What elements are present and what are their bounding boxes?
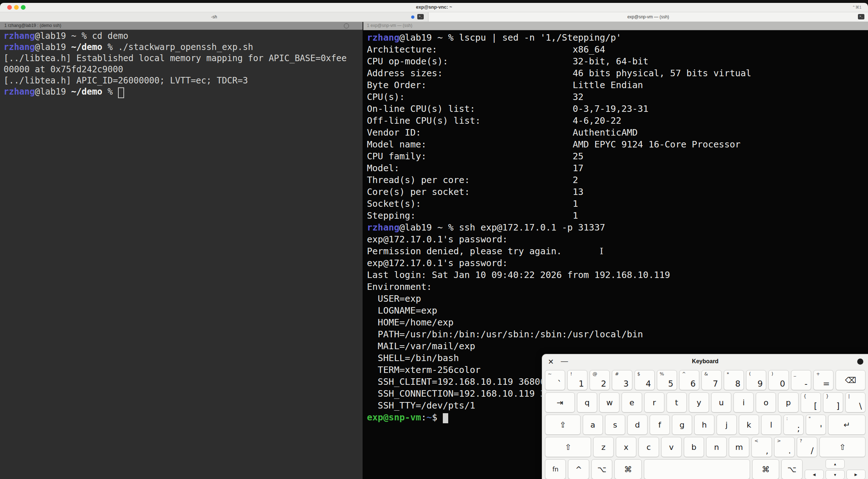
key-shift-char: # bbox=[615, 371, 619, 377]
key-z[interactable]: z bbox=[593, 437, 614, 457]
key-main-char: 1 bbox=[579, 379, 584, 388]
key-main-char: ⌫ bbox=[836, 370, 865, 390]
key-caps-lock[interactable]: ⇪ bbox=[545, 415, 581, 435]
key-main-char: ⌥ bbox=[782, 460, 802, 479]
key-main-char: ↵ bbox=[828, 415, 865, 434]
key-shift-right[interactable]: ⇧ bbox=[819, 437, 865, 457]
key-backspace[interactable]: ⌫ bbox=[836, 370, 865, 390]
key-main-char: s bbox=[605, 415, 625, 434]
key-space[interactable] bbox=[644, 459, 750, 479]
key-main-char: f bbox=[650, 415, 669, 434]
keyboard-viewer-panel: ✕ — Keyboard ~`!1@2#3$4%5^6&7*8(9)0_-+=⌫… bbox=[542, 354, 868, 479]
key-shift-char: { bbox=[804, 393, 806, 399]
key-[[interactable]: {[ bbox=[801, 392, 821, 412]
key-2[interactable]: @2 bbox=[590, 370, 610, 390]
key-m[interactable]: m bbox=[729, 437, 749, 457]
key-r[interactable]: r bbox=[644, 392, 664, 412]
key-arrow-down[interactable]: ▼ bbox=[826, 470, 845, 479]
key--[interactable]: _- bbox=[791, 370, 811, 390]
key-f[interactable]: f bbox=[650, 415, 670, 435]
key-l[interactable]: l bbox=[761, 415, 781, 435]
key-5[interactable]: %5 bbox=[657, 370, 677, 390]
tab-sh[interactable]: -sh >_ bbox=[0, 12, 428, 22]
key-fn[interactable]: fn bbox=[545, 459, 566, 479]
terminal-line: Model name: AMD EPYC 9124 16-Core Proces… bbox=[367, 138, 868, 150]
key-control[interactable]: ^ bbox=[568, 459, 589, 479]
key-shift-char: ) bbox=[771, 371, 773, 377]
key-d[interactable]: d bbox=[627, 415, 647, 435]
key-h[interactable]: h bbox=[694, 415, 714, 435]
key-.[interactable]: >. bbox=[774, 437, 795, 457]
key-arrow-right[interactable]: ▶ bbox=[846, 470, 865, 479]
key-main-char: . bbox=[789, 446, 791, 455]
key-n[interactable]: n bbox=[706, 437, 727, 457]
key-g[interactable]: g bbox=[672, 415, 692, 435]
key-w[interactable]: w bbox=[599, 392, 619, 412]
key-=[interactable]: += bbox=[813, 370, 833, 390]
key-b[interactable]: b bbox=[684, 437, 704, 457]
key-shift-left[interactable]: ⇧ bbox=[545, 437, 591, 457]
terminal-line: CPU family: 25 bbox=[367, 150, 868, 162]
key-arrow-left[interactable]: ◀ bbox=[805, 470, 824, 479]
key-arrow-up[interactable]: ▲ bbox=[826, 459, 845, 469]
right-terminal-title: 1 exp@snp-vm — (ssh) bbox=[363, 22, 868, 29]
terminal-line: On-line CPU(s) list: 0-3,7-19,23-31 bbox=[367, 103, 868, 115]
left-terminal-title-strip: 1 rzhang@lab19 : (demo ssh) bbox=[0, 22, 363, 30]
left-terminal-window[interactable]: 1 rzhang@lab19 : (demo ssh) rzhang@lab19… bbox=[0, 22, 363, 479]
tab-exp-snp-vm-ssh[interactable]: exp@snp-vm — (ssh) >_ bbox=[428, 12, 868, 22]
key-\[interactable]: |\ bbox=[845, 392, 865, 412]
key-'[interactable]: "' bbox=[806, 415, 826, 435]
key-return[interactable]: ↵ bbox=[828, 415, 866, 435]
left-terminal-content[interactable]: rzhang@lab19 ~ % cd demorzhang@lab19 ~/d… bbox=[4, 31, 363, 98]
keyboard-menu-icon[interactable] bbox=[857, 359, 863, 365]
key-main-char: n bbox=[706, 437, 726, 457]
key-v[interactable]: v bbox=[661, 437, 682, 457]
key-8[interactable]: *8 bbox=[724, 370, 744, 390]
key-shift-char: $ bbox=[637, 371, 640, 377]
key-q[interactable]: q bbox=[577, 392, 597, 412]
terminal-line: CPU(s): 32 bbox=[367, 91, 868, 103]
key-e[interactable]: e bbox=[622, 392, 642, 412]
key-main-char: j bbox=[717, 415, 736, 434]
key-tab[interactable]: ⇥ bbox=[545, 392, 575, 412]
key-command-right[interactable]: ⌘ bbox=[752, 459, 779, 479]
key-6[interactable]: ^6 bbox=[679, 370, 699, 390]
key-option-right[interactable]: ⌥ bbox=[781, 459, 802, 479]
key-;[interactable]: :; bbox=[783, 415, 804, 435]
key-`[interactable]: ~` bbox=[545, 370, 565, 390]
key-o[interactable]: o bbox=[756, 392, 776, 412]
key-main-char: w bbox=[600, 393, 619, 412]
key-a[interactable]: a bbox=[583, 415, 603, 435]
key-t[interactable]: t bbox=[667, 392, 687, 412]
key-shift-char: ~ bbox=[548, 371, 552, 377]
key-main-char: e bbox=[622, 393, 641, 412]
key-][interactable]: }] bbox=[823, 392, 843, 412]
key-y[interactable]: y bbox=[689, 392, 709, 412]
key-main-char: 0 bbox=[780, 379, 785, 388]
key-9[interactable]: (9 bbox=[746, 370, 766, 390]
key-shift-char: ! bbox=[570, 371, 572, 377]
key-x[interactable]: x bbox=[616, 437, 636, 457]
terminal-line: MAIL=/var/mail/exp bbox=[367, 340, 868, 352]
key-c[interactable]: c bbox=[638, 437, 659, 457]
key-j[interactable]: j bbox=[717, 415, 737, 435]
arrow-spacer bbox=[846, 459, 865, 468]
text-cursor bbox=[443, 413, 448, 423]
key-k[interactable]: k bbox=[739, 415, 759, 435]
key-option-left[interactable]: ⌥ bbox=[591, 459, 612, 479]
key-main-char: ⌥ bbox=[592, 460, 612, 479]
key-4[interactable]: $4 bbox=[635, 370, 655, 390]
key-3[interactable]: #3 bbox=[612, 370, 632, 390]
key-command-left[interactable]: ⌘ bbox=[614, 459, 641, 479]
key-7[interactable]: &7 bbox=[701, 370, 722, 390]
key-/[interactable]: ?/ bbox=[797, 437, 817, 457]
key-main-char: 6 bbox=[690, 379, 696, 388]
key-shift-char: % bbox=[660, 371, 664, 377]
key-i[interactable]: i bbox=[733, 392, 754, 412]
key-1[interactable]: !1 bbox=[567, 370, 587, 390]
key-,[interactable]: <, bbox=[751, 437, 772, 457]
key-s[interactable]: s bbox=[605, 415, 625, 435]
key-0[interactable]: )0 bbox=[768, 370, 789, 390]
key-u[interactable]: u bbox=[711, 392, 731, 412]
key-p[interactable]: p bbox=[778, 392, 798, 412]
